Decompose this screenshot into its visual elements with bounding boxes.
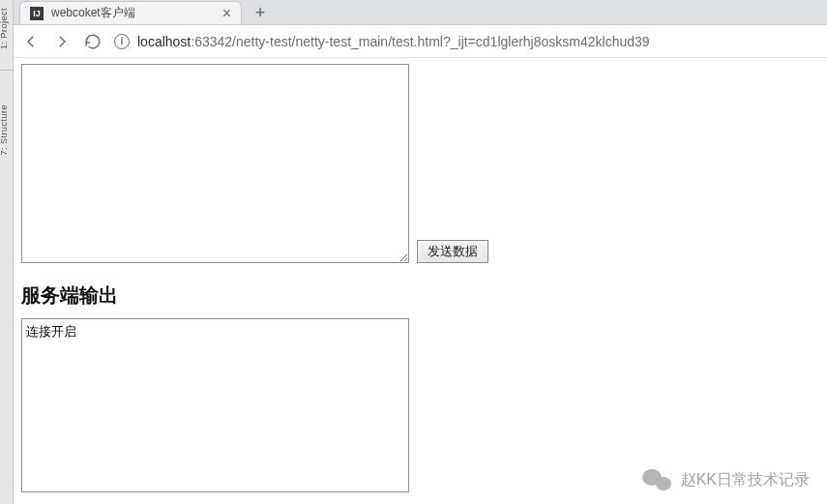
toolbar: i localhost:63342/netty-test/netty-test_… bbox=[14, 25, 827, 58]
output-heading: 服务端输出 bbox=[21, 282, 819, 309]
new-tab-button[interactable]: + bbox=[248, 1, 273, 24]
browser-tab[interactable]: IJ webcoket客户端 × bbox=[19, 1, 242, 24]
close-icon[interactable]: × bbox=[222, 6, 231, 21]
browser-window: IJ webcoket客户端 × + i localhost:63342/net… bbox=[14, 0, 827, 504]
page-content: 发送数据 服务端输出 bbox=[14, 58, 827, 502]
send-button[interactable]: 发送数据 bbox=[417, 240, 488, 263]
tab-title: webcoket客户端 bbox=[51, 5, 213, 21]
server-output[interactable] bbox=[21, 318, 409, 492]
forward-button[interactable] bbox=[52, 32, 72, 51]
back-button[interactable] bbox=[21, 32, 41, 51]
url-host: localhost bbox=[137, 34, 191, 49]
message-input[interactable] bbox=[21, 64, 409, 263]
watermark: 赵KK日常技术记录 bbox=[642, 467, 810, 492]
ide-tab-project[interactable]: 1: Project bbox=[0, 5, 15, 52]
watermark-text: 赵KK日常技术记录 bbox=[681, 470, 810, 490]
tab-strip: IJ webcoket客户端 × + bbox=[14, 0, 827, 25]
ide-divider bbox=[0, 70, 14, 71]
address-bar[interactable]: i localhost:63342/netty-test/netty-test_… bbox=[114, 34, 819, 49]
input-row: 发送数据 bbox=[21, 64, 819, 263]
reload-button[interactable] bbox=[83, 32, 103, 51]
favicon-icon: IJ bbox=[30, 7, 44, 20]
ide-tab-structure[interactable]: 7: Structure bbox=[0, 102, 15, 159]
wechat-icon bbox=[642, 467, 671, 492]
url-text: localhost:63342/netty-test/netty-test_ma… bbox=[137, 34, 650, 49]
url-path: :63342/netty-test/netty-test_main/test.h… bbox=[191, 34, 649, 49]
site-info-icon[interactable]: i bbox=[114, 34, 130, 49]
ide-tool-stripe: 1: Project 7: Structure bbox=[0, 0, 14, 504]
